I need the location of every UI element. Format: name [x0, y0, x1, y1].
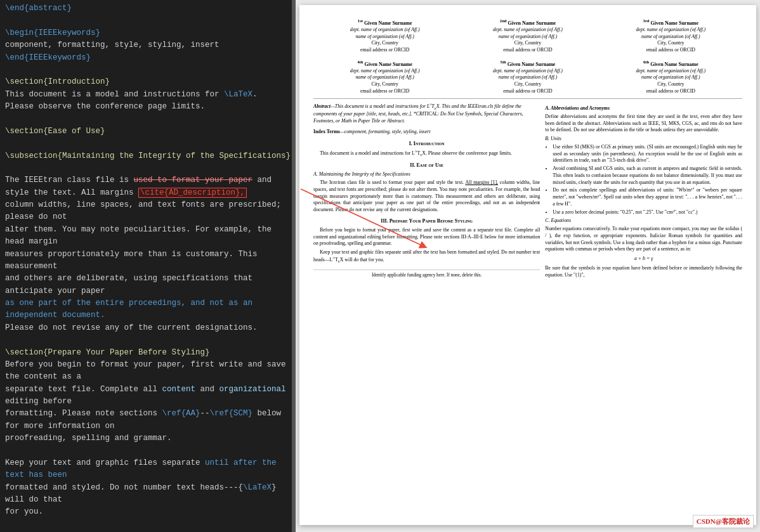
author-1-email: email address or ORCID [316, 47, 454, 54]
code-editor[interactable]: \end{abstract} \begin{IEEEkeywords} comp… [0, 0, 292, 532]
author-3-location: City, Country [602, 40, 740, 47]
units-item-4: Use a zero before decimal points: "0.25"… [553, 209, 742, 216]
author-2-org: name of organization (of Aff.) [459, 34, 596, 41]
author-5-email: email address or ORCID [459, 88, 596, 95]
author-5-location: City, Country [459, 81, 596, 88]
units-item-1: Use either SI (MKS) or CGS as primary un… [553, 144, 742, 164]
units-item-2: Avoid combining SI and CGS units, such a… [553, 165, 742, 186]
author-4-org: name of organization (of Aff.) [316, 74, 454, 81]
author-3-email: email address or ORCID [602, 47, 740, 54]
divider-1 [313, 98, 742, 99]
maintaining-subsection-title: A. Maintaining the Integrity of the Spec… [313, 171, 540, 178]
author-col-1: 1st Given Name Surname dept. name of org… [313, 18, 456, 54]
author-5-name: 5th Given Name Surname [459, 59, 596, 68]
code-text: \end{abstract} \begin{IEEEkeywords} comp… [0, 0, 292, 532]
ease-title: II. Ease of Use [313, 162, 540, 169]
units-title: B. Units [545, 136, 742, 143]
author-6-location: City, Country [602, 81, 740, 88]
author-4-email: email address or ORCID [316, 88, 454, 95]
prepare-title: III. Prepare Your Paper Before Styling [313, 217, 540, 224]
document-preview: 1st Given Name Surname dept. name of org… [296, 0, 760, 532]
panel-splitter[interactable] [292, 0, 296, 532]
author-2-email: email address or ORCID [459, 47, 596, 54]
units-list: Use either SI (MKS) or CGS as primary un… [545, 144, 742, 216]
funding-note: Identify applicable funding agency here.… [313, 269, 540, 279]
author-3-dept: dept. name of organization (of Aff.) [602, 27, 740, 34]
author-3-name: 3rd Given Name Surname [602, 18, 740, 27]
abstract-text: Abstract—This document is a model and in… [313, 103, 523, 124]
two-col-layout: Abstract—This document is a model and in… [313, 103, 742, 280]
units-item-3: Do not mix complete spellings and abbrev… [553, 187, 742, 207]
equations-text: Number equations consecutively. To make … [545, 226, 742, 253]
document-page: 1st Given Name Surname dept. name of org… [299, 5, 756, 525]
author-2-location: City, Country [459, 40, 596, 47]
author-1-dept: dept. name of organization (of Aff.) [316, 27, 454, 34]
author-5-org: name of organization (of Aff.) [459, 74, 596, 81]
authors-row-2: 4th Given Name Surname dept. name of org… [313, 59, 742, 95]
abbrev-text: Define abbreviations and acronyms the fi… [545, 114, 742, 134]
author-6-email: email address or ORCID [602, 88, 740, 95]
author-col-5: 5th Given Name Surname dept. name of org… [456, 59, 599, 95]
author-4-dept: dept. name of organization (of Aff.) [316, 68, 454, 75]
maintaining-text: The IEEEtran class file is used to forma… [313, 179, 540, 214]
prepare-text-1: Before you begin to format your paper, f… [313, 227, 540, 247]
math-formula: a + b = γ [545, 256, 742, 263]
author-1-location: City, Country [316, 40, 454, 47]
author-6-name: 6th Given Name Surname [602, 59, 740, 68]
abbrev-title: A. Abbreviations and Acronyms [545, 105, 742, 112]
equations-title: C. Equations [545, 217, 742, 224]
author-col-6: 6th Given Name Surname dept. name of org… [599, 59, 742, 95]
author-2-name: 2nd Given Name Surname [459, 18, 596, 27]
author-1-name: 1st Given Name Surname [316, 18, 454, 27]
prepare-text-2: Keep your text and graphic files separat… [313, 249, 540, 264]
author-6-org: name of organization (of Aff.) [602, 74, 740, 81]
author-col-3: 3rd Given Name Surname dept. name of org… [599, 18, 742, 54]
index-terms: Index Terms—component, formatting, style… [313, 129, 540, 136]
authors-row-1: 1st Given Name Surname dept. name of org… [313, 18, 742, 54]
author-4-name: 4th Given Name Surname [316, 59, 454, 68]
author-col-2: 2nd Given Name Surname dept. name of org… [456, 18, 599, 54]
author-5-dept: dept. name of organization (of Aff.) [459, 68, 596, 75]
main-column: Abstract—This document is a model and in… [313, 103, 540, 280]
author-1-org: name of organization (of Aff.) [316, 34, 454, 41]
intro-text: This document is a model and instruction… [313, 150, 540, 158]
author-6-dept: dept. name of organization (of Aff.) [602, 68, 740, 75]
side-column: A. Abbreviations and Acronyms Define abb… [545, 103, 742, 280]
csdn-watermark: CSDN@客院裁论 [693, 515, 754, 528]
author-col-4: 4th Given Name Surname dept. name of org… [313, 59, 456, 95]
intro-title: I. Introduction [313, 140, 540, 147]
author-2-dept: dept. name of organization (of Aff.) [459, 27, 596, 34]
equations-text-2: Be sure that the symbols in your equatio… [545, 265, 742, 279]
author-3-org: name of organization (of Aff.) [602, 34, 740, 41]
author-4-location: City, Country [316, 81, 454, 88]
abstract-block: Abstract—This document is a model and in… [313, 103, 540, 125]
